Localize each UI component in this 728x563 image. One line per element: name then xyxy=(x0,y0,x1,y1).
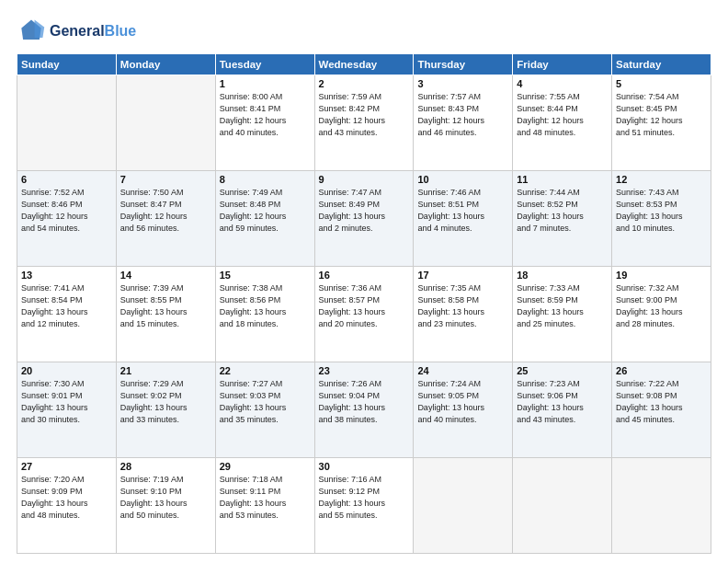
day-number: 21 xyxy=(120,365,211,376)
logo-text: GeneralBlue xyxy=(50,23,136,40)
calendar-day-7: 7Sunrise: 7:50 AM Sunset: 8:47 PM Daylig… xyxy=(116,171,215,267)
day-info: Sunrise: 7:59 AM Sunset: 8:42 PM Dayligh… xyxy=(319,91,410,139)
day-info: Sunrise: 7:47 AM Sunset: 8:49 PM Dayligh… xyxy=(319,187,410,235)
calendar-day-2: 2Sunrise: 7:59 AM Sunset: 8:42 PM Daylig… xyxy=(314,75,414,171)
page: GeneralBlue SundayMondayTuesdayWednesday… xyxy=(0,0,728,563)
day-info: Sunrise: 7:43 AM Sunset: 8:53 PM Dayligh… xyxy=(616,187,707,235)
day-number: 7 xyxy=(120,174,211,185)
calendar-day-empty xyxy=(612,458,711,554)
calendar-day-4: 4Sunrise: 7:55 AM Sunset: 8:44 PM Daylig… xyxy=(513,75,612,171)
svg-marker-1 xyxy=(35,20,45,39)
day-info: Sunrise: 7:26 AM Sunset: 9:04 PM Dayligh… xyxy=(319,378,410,426)
weekday-header-saturday: Saturday xyxy=(612,54,711,75)
calendar-day-8: 8Sunrise: 7:49 AM Sunset: 8:48 PM Daylig… xyxy=(215,171,314,267)
day-number: 12 xyxy=(616,174,707,185)
day-info: Sunrise: 7:22 AM Sunset: 9:08 PM Dayligh… xyxy=(616,378,707,426)
weekday-header-friday: Friday xyxy=(513,54,612,75)
day-info: Sunrise: 7:41 AM Sunset: 8:54 PM Dayligh… xyxy=(21,282,112,330)
day-number: 19 xyxy=(616,270,707,281)
calendar-day-27: 27Sunrise: 7:20 AM Sunset: 9:09 PM Dayli… xyxy=(17,458,117,554)
day-number: 4 xyxy=(517,78,608,89)
day-info: Sunrise: 7:57 AM Sunset: 8:43 PM Dayligh… xyxy=(417,91,508,139)
calendar-day-25: 25Sunrise: 7:23 AM Sunset: 9:06 PM Dayli… xyxy=(513,362,612,458)
day-number: 5 xyxy=(616,78,707,89)
day-info: Sunrise: 7:16 AM Sunset: 9:12 PM Dayligh… xyxy=(319,474,410,522)
calendar-day-22: 22Sunrise: 7:27 AM Sunset: 9:03 PM Dayli… xyxy=(215,362,314,458)
day-number: 28 xyxy=(120,461,211,472)
calendar-day-14: 14Sunrise: 7:39 AM Sunset: 8:55 PM Dayli… xyxy=(116,267,215,362)
calendar-day-18: 18Sunrise: 7:33 AM Sunset: 8:59 PM Dayli… xyxy=(513,267,612,362)
calendar-day-empty xyxy=(414,458,513,554)
day-number: 20 xyxy=(21,365,112,376)
day-number: 9 xyxy=(319,174,410,185)
day-number: 18 xyxy=(517,270,608,281)
day-number: 27 xyxy=(21,461,112,472)
calendar-day-20: 20Sunrise: 7:30 AM Sunset: 9:01 PM Dayli… xyxy=(17,362,117,458)
calendar-day-15: 15Sunrise: 7:38 AM Sunset: 8:56 PM Dayli… xyxy=(215,267,314,362)
weekday-header-thursday: Thursday xyxy=(414,54,513,75)
calendar-day-empty xyxy=(17,75,117,171)
calendar-day-17: 17Sunrise: 7:35 AM Sunset: 8:58 PM Dayli… xyxy=(414,267,513,362)
day-info: Sunrise: 7:24 AM Sunset: 9:05 PM Dayligh… xyxy=(417,378,508,426)
calendar-day-26: 26Sunrise: 7:22 AM Sunset: 9:08 PM Dayli… xyxy=(612,362,711,458)
day-number: 6 xyxy=(21,174,112,185)
calendar-day-29: 29Sunrise: 7:18 AM Sunset: 9:11 PM Dayli… xyxy=(215,458,314,554)
day-info: Sunrise: 7:39 AM Sunset: 8:55 PM Dayligh… xyxy=(120,282,211,330)
day-number: 1 xyxy=(220,78,311,89)
day-info: Sunrise: 7:49 AM Sunset: 8:48 PM Dayligh… xyxy=(220,187,311,235)
day-number: 17 xyxy=(417,270,508,281)
weekday-header-monday: Monday xyxy=(116,54,215,75)
day-number: 26 xyxy=(616,365,707,376)
weekday-header-sunday: Sunday xyxy=(17,54,117,75)
day-number: 29 xyxy=(220,461,311,472)
calendar-table: SundayMondayTuesdayWednesdayThursdayFrid… xyxy=(17,53,711,554)
day-number: 10 xyxy=(417,174,508,185)
calendar-day-21: 21Sunrise: 7:29 AM Sunset: 9:02 PM Dayli… xyxy=(116,362,215,458)
day-number: 3 xyxy=(417,78,508,89)
calendar-day-24: 24Sunrise: 7:24 AM Sunset: 9:05 PM Dayli… xyxy=(414,362,513,458)
calendar-day-5: 5Sunrise: 7:54 AM Sunset: 8:45 PM Daylig… xyxy=(612,75,711,171)
day-info: Sunrise: 7:19 AM Sunset: 9:10 PM Dayligh… xyxy=(120,474,211,522)
calendar-week-row: 13Sunrise: 7:41 AM Sunset: 8:54 PM Dayli… xyxy=(17,267,711,362)
day-number: 15 xyxy=(220,270,311,281)
calendar-day-6: 6Sunrise: 7:52 AM Sunset: 8:46 PM Daylig… xyxy=(17,171,117,267)
calendar-day-3: 3Sunrise: 7:57 AM Sunset: 8:43 PM Daylig… xyxy=(414,75,513,171)
day-info: Sunrise: 7:36 AM Sunset: 8:57 PM Dayligh… xyxy=(319,282,410,330)
day-info: Sunrise: 7:52 AM Sunset: 8:46 PM Dayligh… xyxy=(21,187,112,235)
calendar-day-19: 19Sunrise: 7:32 AM Sunset: 9:00 PM Dayli… xyxy=(612,267,711,362)
calendar-week-row: 27Sunrise: 7:20 AM Sunset: 9:09 PM Dayli… xyxy=(17,458,711,554)
day-info: Sunrise: 7:38 AM Sunset: 8:56 PM Dayligh… xyxy=(220,282,311,330)
day-number: 8 xyxy=(220,174,311,185)
calendar-week-row: 1Sunrise: 8:00 AM Sunset: 8:41 PM Daylig… xyxy=(17,75,711,171)
day-info: Sunrise: 7:29 AM Sunset: 9:02 PM Dayligh… xyxy=(120,378,211,426)
day-info: Sunrise: 7:46 AM Sunset: 8:51 PM Dayligh… xyxy=(417,187,508,235)
day-number: 11 xyxy=(517,174,608,185)
calendar-day-30: 30Sunrise: 7:16 AM Sunset: 9:12 PM Dayli… xyxy=(314,458,414,554)
day-number: 13 xyxy=(21,270,112,281)
calendar-day-9: 9Sunrise: 7:47 AM Sunset: 8:49 PM Daylig… xyxy=(314,171,414,267)
day-info: Sunrise: 8:00 AM Sunset: 8:41 PM Dayligh… xyxy=(220,91,311,139)
day-info: Sunrise: 7:54 AM Sunset: 8:45 PM Dayligh… xyxy=(616,91,707,139)
calendar-day-23: 23Sunrise: 7:26 AM Sunset: 9:04 PM Dayli… xyxy=(314,362,414,458)
day-number: 24 xyxy=(417,365,508,376)
weekday-header-tuesday: Tuesday xyxy=(215,54,314,75)
calendar-day-10: 10Sunrise: 7:46 AM Sunset: 8:51 PM Dayli… xyxy=(414,171,513,267)
day-number: 30 xyxy=(319,461,410,472)
day-number: 16 xyxy=(319,270,410,281)
day-info: Sunrise: 7:55 AM Sunset: 8:44 PM Dayligh… xyxy=(517,91,608,139)
calendar-week-row: 6Sunrise: 7:52 AM Sunset: 8:46 PM Daylig… xyxy=(17,171,711,267)
day-info: Sunrise: 7:30 AM Sunset: 9:01 PM Dayligh… xyxy=(21,378,112,426)
day-info: Sunrise: 7:23 AM Sunset: 9:06 PM Dayligh… xyxy=(517,378,608,426)
logo-icon xyxy=(17,17,46,46)
logo: GeneralBlue xyxy=(17,17,136,46)
weekday-header-wednesday: Wednesday xyxy=(314,54,414,75)
day-number: 22 xyxy=(220,365,311,376)
calendar-day-1: 1Sunrise: 8:00 AM Sunset: 8:41 PM Daylig… xyxy=(215,75,314,171)
weekday-header-row: SundayMondayTuesdayWednesdayThursdayFrid… xyxy=(17,54,711,75)
calendar-week-row: 20Sunrise: 7:30 AM Sunset: 9:01 PM Dayli… xyxy=(17,362,711,458)
day-number: 25 xyxy=(517,365,608,376)
day-info: Sunrise: 7:32 AM Sunset: 9:00 PM Dayligh… xyxy=(616,282,707,330)
day-info: Sunrise: 7:33 AM Sunset: 8:59 PM Dayligh… xyxy=(517,282,608,330)
calendar-day-28: 28Sunrise: 7:19 AM Sunset: 9:10 PM Dayli… xyxy=(116,458,215,554)
header: GeneralBlue xyxy=(17,17,711,46)
